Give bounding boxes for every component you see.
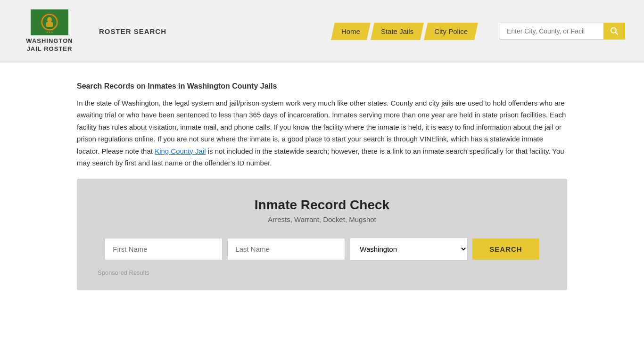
first-name-input[interactable] [105, 238, 223, 260]
nav-city-police-button[interactable]: City Police [424, 23, 478, 40]
inmate-search-button[interactable]: SEARCH [472, 239, 539, 260]
wa-flag-icon: ★ ★ ★ [31, 9, 68, 35]
svg-line-7 [616, 33, 618, 35]
sponsored-results-label: Sponsored Results [96, 269, 548, 276]
section-body: In the state of Washington, the legal sy… [77, 97, 567, 169]
nav-home-button[interactable]: Home [331, 23, 371, 40]
inmate-search-form: Washington Alabama Alaska Arizona Califo… [96, 238, 548, 261]
nav-state-jails-button[interactable]: State Jails [371, 23, 424, 40]
header-search-area [500, 23, 625, 40]
header-search-input[interactable] [500, 23, 603, 40]
last-name-input[interactable] [227, 238, 345, 260]
logo-title: WASHINGTON JAIL ROSTER [26, 37, 73, 53]
header: ★ ★ ★ WASHINGTON JAIL ROSTER ROSTER SEAR… [0, 0, 644, 63]
section-title: Search Records on Inmates in Washington … [77, 82, 567, 90]
search-icon [610, 27, 619, 35]
svg-point-3 [47, 17, 52, 23]
svg-text:★ ★ ★: ★ ★ ★ [46, 31, 54, 33]
record-check-title: Inmate Record Check [96, 197, 548, 213]
header-search-button[interactable] [603, 23, 625, 40]
state-select[interactable]: Washington Alabama Alaska Arizona Califo… [350, 238, 468, 261]
logo-area: ★ ★ ★ WASHINGTON JAIL ROSTER [19, 9, 80, 53]
main-content: Search Records on Inmates in Washington … [58, 82, 586, 290]
record-check-subtitle: Arrests, Warrant, Docket, Mugshot [96, 215, 548, 223]
record-check-box: Inmate Record Check Arrests, Warrant, Do… [77, 179, 567, 290]
nav-area: Home State Jails City Police [331, 23, 476, 40]
svg-rect-4 [46, 22, 53, 27]
roster-search-label: ROSTER SEARCH [99, 27, 166, 35]
king-county-jail-link[interactable]: King County Jail [155, 147, 206, 155]
